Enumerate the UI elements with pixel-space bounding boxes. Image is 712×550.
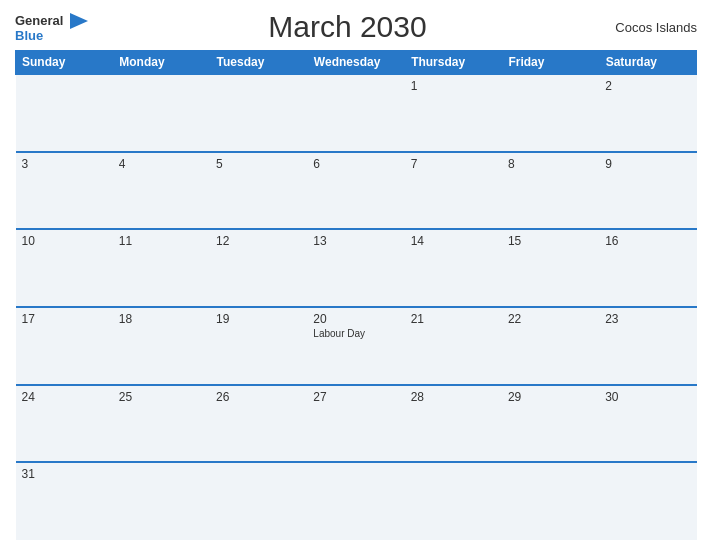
logo-flag-icon xyxy=(70,13,88,29)
weekday-header-row: SundayMondayTuesdayWednesdayThursdayFrid… xyxy=(16,51,697,75)
holiday-label: Labour Day xyxy=(313,328,398,339)
calendar-cell: 26 xyxy=(210,385,307,463)
calendar-cell: 19 xyxy=(210,307,307,385)
svg-marker-0 xyxy=(70,13,88,29)
calendar-week-1: 12 xyxy=(16,74,697,152)
calendar-cell: 6 xyxy=(307,152,404,230)
day-number: 16 xyxy=(605,234,690,248)
calendar-cell: 2 xyxy=(599,74,696,152)
calendar-cell: 21 xyxy=(405,307,502,385)
day-number: 7 xyxy=(411,157,496,171)
weekday-header-thursday: Thursday xyxy=(405,51,502,75)
weekday-header-saturday: Saturday xyxy=(599,51,696,75)
calendar-cell: 29 xyxy=(502,385,599,463)
calendar-cell: 28 xyxy=(405,385,502,463)
day-number: 18 xyxy=(119,312,204,326)
day-number: 10 xyxy=(22,234,107,248)
calendar-cell: 20Labour Day xyxy=(307,307,404,385)
calendar-cell xyxy=(113,74,210,152)
day-number: 19 xyxy=(216,312,301,326)
day-number: 2 xyxy=(605,79,690,93)
calendar-cell: 15 xyxy=(502,229,599,307)
day-number: 3 xyxy=(22,157,107,171)
calendar-table: SundayMondayTuesdayWednesdayThursdayFrid… xyxy=(15,50,697,540)
calendar-cell: 9 xyxy=(599,152,696,230)
day-number: 25 xyxy=(119,390,204,404)
calendar-cell: 13 xyxy=(307,229,404,307)
weekday-header-friday: Friday xyxy=(502,51,599,75)
calendar-week-2: 3456789 xyxy=(16,152,697,230)
calendar-cell xyxy=(502,462,599,540)
calendar-cell: 24 xyxy=(16,385,113,463)
calendar-cell: 27 xyxy=(307,385,404,463)
calendar-cell: 14 xyxy=(405,229,502,307)
calendar-week-4: 17181920Labour Day212223 xyxy=(16,307,697,385)
calendar-cell: 1 xyxy=(405,74,502,152)
calendar-cell: 25 xyxy=(113,385,210,463)
calendar-cell: 10 xyxy=(16,229,113,307)
day-number: 11 xyxy=(119,234,204,248)
weekday-header-sunday: Sunday xyxy=(16,51,113,75)
logo-general-text: General xyxy=(15,13,63,28)
day-number: 26 xyxy=(216,390,301,404)
top-bar: General Blue March 2030 Cocos Islands xyxy=(15,10,697,44)
calendar-cell xyxy=(210,462,307,540)
calendar-cell: 31 xyxy=(16,462,113,540)
calendar-title: March 2030 xyxy=(88,10,607,44)
day-number: 21 xyxy=(411,312,496,326)
calendar-cell xyxy=(16,74,113,152)
calendar-cell: 3 xyxy=(16,152,113,230)
day-number: 12 xyxy=(216,234,301,248)
calendar-cell: 16 xyxy=(599,229,696,307)
day-number: 22 xyxy=(508,312,593,326)
calendar-cell xyxy=(307,462,404,540)
day-number: 13 xyxy=(313,234,398,248)
calendar-cell: 18 xyxy=(113,307,210,385)
day-number: 31 xyxy=(22,467,107,481)
calendar-cell xyxy=(210,74,307,152)
day-number: 9 xyxy=(605,157,690,171)
calendar-cell: 11 xyxy=(113,229,210,307)
calendar-week-5: 24252627282930 xyxy=(16,385,697,463)
calendar-cell: 5 xyxy=(210,152,307,230)
weekday-header-wednesday: Wednesday xyxy=(307,51,404,75)
day-number: 14 xyxy=(411,234,496,248)
calendar-cell: 12 xyxy=(210,229,307,307)
day-number: 17 xyxy=(22,312,107,326)
day-number: 1 xyxy=(411,79,496,93)
calendar-week-3: 10111213141516 xyxy=(16,229,697,307)
day-number: 5 xyxy=(216,157,301,171)
calendar-cell: 7 xyxy=(405,152,502,230)
calendar-week-6: 31 xyxy=(16,462,697,540)
logo-line1: General xyxy=(15,11,88,29)
region-label: Cocos Islands xyxy=(607,20,697,35)
day-number: 4 xyxy=(119,157,204,171)
day-number: 23 xyxy=(605,312,690,326)
weekday-header-monday: Monday xyxy=(113,51,210,75)
calendar-cell: 8 xyxy=(502,152,599,230)
day-number: 30 xyxy=(605,390,690,404)
day-number: 6 xyxy=(313,157,398,171)
calendar-cell xyxy=(599,462,696,540)
day-number: 24 xyxy=(22,390,107,404)
logo: General Blue xyxy=(15,11,88,43)
weekday-header-tuesday: Tuesday xyxy=(210,51,307,75)
calendar-cell xyxy=(113,462,210,540)
calendar-cell: 30 xyxy=(599,385,696,463)
calendar-cell: 4 xyxy=(113,152,210,230)
day-number: 20 xyxy=(313,312,398,326)
calendar-cell: 17 xyxy=(16,307,113,385)
logo-blue-text: Blue xyxy=(15,29,88,43)
day-number: 27 xyxy=(313,390,398,404)
calendar-cell xyxy=(405,462,502,540)
day-number: 8 xyxy=(508,157,593,171)
day-number: 28 xyxy=(411,390,496,404)
calendar-cell xyxy=(502,74,599,152)
day-number: 29 xyxy=(508,390,593,404)
day-number: 15 xyxy=(508,234,593,248)
calendar-cell: 23 xyxy=(599,307,696,385)
calendar-cell: 22 xyxy=(502,307,599,385)
calendar-cell xyxy=(307,74,404,152)
